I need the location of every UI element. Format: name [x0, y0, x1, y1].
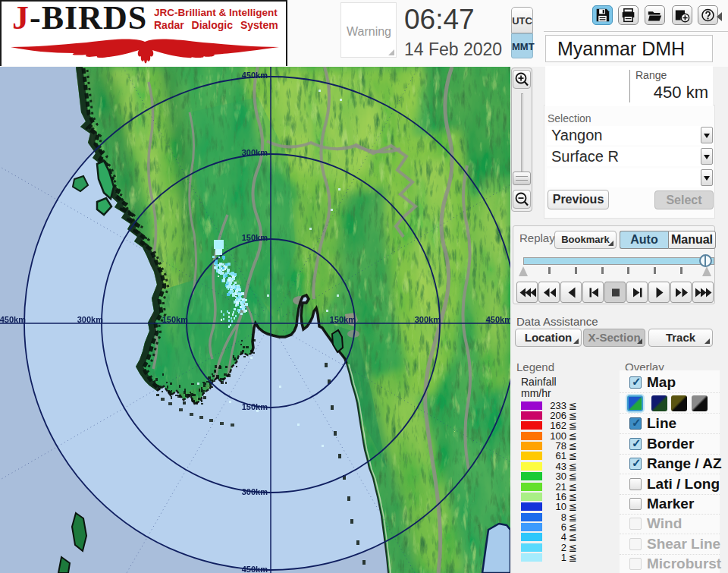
svg-text:150km: 150km [162, 315, 188, 324]
svg-text:450km: 450km [0, 315, 26, 324]
svg-text:150km: 150km [242, 402, 268, 411]
svg-text:300km: 300km [242, 148, 268, 157]
svg-text:450km: 450km [242, 565, 268, 573]
svg-text:300km: 300km [77, 315, 103, 324]
svg-text:150km: 150km [242, 233, 268, 242]
svg-text:450km: 450km [486, 315, 510, 324]
svg-text:150km: 150km [330, 315, 356, 324]
svg-text:300km: 300km [242, 487, 268, 496]
svg-text:450km: 450km [242, 71, 268, 80]
svg-text:300km: 300km [415, 315, 441, 324]
